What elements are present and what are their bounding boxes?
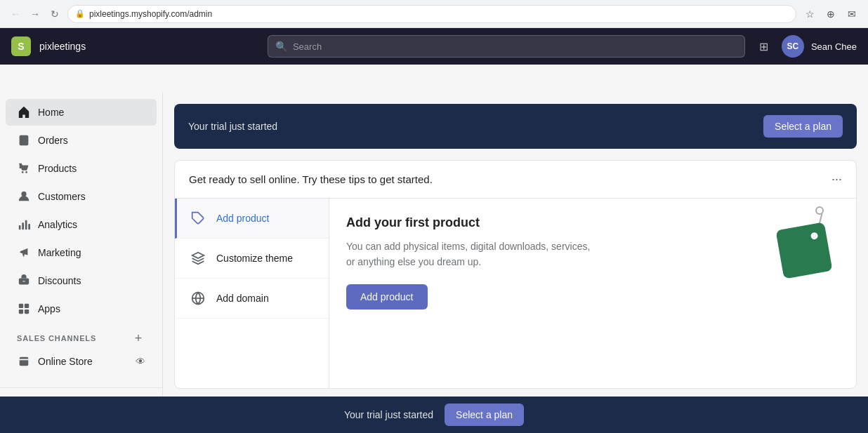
more-options-button[interactable]: ··· xyxy=(831,172,842,187)
svg-point-1 xyxy=(22,171,24,173)
sidebar-item-apps-label: Apps xyxy=(38,303,60,314)
browser-chrome: ← → ↻ 🔒 pixleetings.myshopify.com/admin … xyxy=(0,0,868,28)
avatar[interactable]: SC xyxy=(782,35,804,58)
store-name: pixleetings xyxy=(39,41,86,52)
sales-channels-label: SALES CHANNELS xyxy=(17,334,96,342)
svg-point-3 xyxy=(21,192,26,196)
search-bar[interactable]: 🔍 xyxy=(268,35,745,58)
tip-detail-title: Add your first product xyxy=(346,215,769,230)
tip-item-add-domain[interactable]: Add domain xyxy=(175,279,329,319)
browser-actions: ☆ ⊕ ✉ xyxy=(802,6,860,22)
customize-theme-label: Customize theme xyxy=(216,253,293,264)
user-name: Sean Chee xyxy=(811,41,857,52)
bottom-select-plan-button[interactable]: Select a plan xyxy=(445,404,524,426)
search-input[interactable] xyxy=(293,41,737,52)
home-icon xyxy=(17,105,31,119)
sidebar-item-products-label: Products xyxy=(38,163,77,174)
sidebar-item-home[interactable]: Home xyxy=(6,99,157,126)
grid-icon-button[interactable]: ⊞ xyxy=(754,36,775,57)
sidebar-item-products[interactable]: Products xyxy=(6,155,157,182)
toggle-online-store-button[interactable]: 👁 xyxy=(136,356,145,367)
add-domain-label: Add domain xyxy=(216,293,269,304)
sidebar-item-apps[interactable]: Apps xyxy=(6,295,157,322)
svg-rect-7 xyxy=(28,224,30,229)
sales-channels-section: SALES CHANNELS + xyxy=(6,323,157,348)
select-plan-button[interactable]: Select a plan xyxy=(763,115,843,138)
svg-point-2 xyxy=(25,171,27,173)
sidebar-item-discounts[interactable]: Discounts xyxy=(6,267,157,294)
apps-icon xyxy=(17,302,31,316)
svg-rect-14 xyxy=(19,309,23,314)
add-product-cta-button[interactable]: Add product xyxy=(346,284,428,309)
sidebar-item-orders[interactable]: Orders xyxy=(6,127,157,154)
tip-detail-content: Add your first product You can add physi… xyxy=(346,215,769,309)
online-store-label: Online Store xyxy=(38,356,93,367)
discounts-icon xyxy=(17,274,31,288)
refresh-button[interactable]: ↻ xyxy=(48,7,62,21)
tips-card: Get ready to sell online. Try these tips… xyxy=(174,160,857,389)
sidebar: Home Orders Products xyxy=(0,93,163,433)
shopify-logo: S xyxy=(11,36,31,56)
sidebar-item-online-store[interactable]: Online Store 👁 xyxy=(6,349,157,374)
bottom-trial-bar: Your trial just started Select a plan xyxy=(0,397,868,433)
tip-detail-panel: Add your first product You can add physi… xyxy=(329,199,856,388)
svg-rect-4 xyxy=(19,225,21,229)
customers-icon xyxy=(17,189,31,204)
tips-list: Add product Customize theme xyxy=(175,199,329,388)
trial-message: Your trial just started xyxy=(188,121,277,132)
orders-icon xyxy=(17,133,31,147)
add-product-label: Add product xyxy=(216,213,270,224)
sidebar-item-marketing-label: Marketing xyxy=(38,247,81,258)
online-store-icon xyxy=(17,354,31,368)
svg-rect-6 xyxy=(25,220,27,230)
bottom-trial-message: Your trial just started xyxy=(344,409,433,420)
main-content: Your trial just started Select a plan Ge… xyxy=(163,93,868,433)
main-layout: Home Orders Products xyxy=(0,93,868,433)
add-product-icon xyxy=(188,208,208,228)
extensions-button[interactable]: ⊕ xyxy=(823,6,839,22)
sidebar-item-analytics-label: Analytics xyxy=(38,219,77,230)
back-button[interactable]: ← xyxy=(8,7,22,21)
svg-rect-5 xyxy=(22,222,24,229)
sidebar-item-orders-label: Orders xyxy=(38,135,68,146)
customize-theme-icon xyxy=(188,248,208,268)
tip-item-add-product[interactable]: Add product xyxy=(175,199,329,239)
products-icon xyxy=(17,161,31,175)
url-text: pixleetings.myshopify.com/admin xyxy=(89,9,212,19)
tips-card-title: Get ready to sell online. Try these tips… xyxy=(189,173,433,185)
search-icon: 🔍 xyxy=(275,41,287,52)
svg-rect-12 xyxy=(19,304,23,308)
topbar-actions: ⊞ SC Sean Chee xyxy=(754,35,857,58)
svg-rect-13 xyxy=(25,304,29,308)
sidebar-item-customers-label: Customers xyxy=(38,191,86,202)
sidebar-item-analytics[interactable]: Analytics xyxy=(6,211,157,238)
sidebar-item-customers[interactable]: Customers xyxy=(6,183,157,210)
tips-card-header: Get ready to sell online. Try these tips… xyxy=(175,161,856,199)
marketing-icon xyxy=(17,246,31,260)
add-sales-channel-button[interactable]: + xyxy=(131,331,145,345)
trial-banner: Your trial just started Select a plan xyxy=(174,104,857,149)
tip-detail-description: You can add physical items, digital down… xyxy=(346,239,599,270)
tip-item-customize-theme[interactable]: Customize theme xyxy=(175,239,329,279)
sidebar-item-discounts-label: Discounts xyxy=(38,275,81,286)
lock-icon: 🔒 xyxy=(75,9,85,18)
tips-body: Add product Customize theme xyxy=(175,199,856,388)
sidebar-item-marketing[interactable]: Marketing xyxy=(6,239,157,266)
star-button[interactable]: ☆ xyxy=(802,6,817,22)
sidebar-item-home-label: Home xyxy=(38,107,64,118)
address-bar[interactable]: 🔒 pixleetings.myshopify.com/admin xyxy=(67,5,796,23)
mail-button[interactable]: ✉ xyxy=(844,6,860,22)
topbar: S pixleetings 🔍 ⊞ SC Sean Chee xyxy=(0,28,868,65)
analytics-icon xyxy=(17,218,31,232)
add-domain-icon xyxy=(188,288,208,308)
forward-button[interactable]: → xyxy=(28,7,42,21)
product-illustration xyxy=(769,215,839,286)
svg-rect-15 xyxy=(25,309,29,314)
